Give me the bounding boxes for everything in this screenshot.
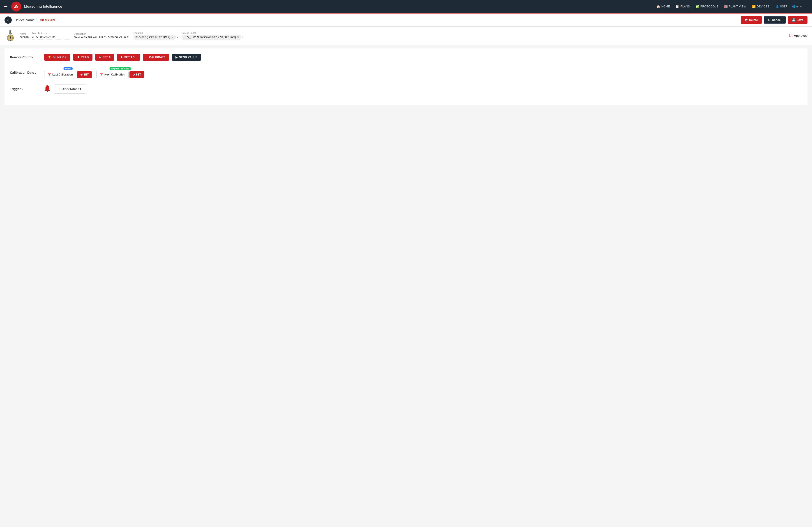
approved-section: ☑ Approved <box>789 33 808 38</box>
add-target-button[interactable]: + ADD TARGET <box>54 85 86 93</box>
cancel-button[interactable]: ⊙ Cancel <box>764 16 786 24</box>
next-calibration-button[interactable]: 📅 Next Calibration <box>96 71 129 78</box>
device-info-card: Name SY289 Mac Address Description Devic… <box>0 27 812 45</box>
blink-icon: 💡 <box>48 56 52 59</box>
user-menu[interactable]: 👤 USER <box>774 4 789 9</box>
plans-icon: 📋 <box>675 5 679 8</box>
add-icon: + <box>59 87 61 91</box>
device-label-chip: DEV_SY289 (Indicator 0-12,7 / 0,0001 mm)… <box>182 35 241 40</box>
next-calibration-group: Expires: 18 days 📅 Next Calibration ⊘ SE… <box>96 71 144 78</box>
set0-icon: ⬇ <box>99 56 101 59</box>
device-label-field: Device Label DEV_SY289 (Indicator 0-12,7… <box>182 32 244 40</box>
svg-point-4 <box>10 37 11 39</box>
location-expand-icon[interactable]: ▾ <box>177 35 178 39</box>
blink-on-button[interactable]: 💡 BLINK ON <box>44 54 70 61</box>
next-set-icon: ⊘ <box>133 73 135 76</box>
nav-plans[interactable]: 📋 PLANS <box>673 3 692 10</box>
location-value-row: 3577002 (Linka TO S1 KV +) ✕ ▾ <box>133 35 178 40</box>
delete-icon: 🗑 <box>745 18 748 21</box>
set-tol-button[interactable]: ⬇ SET TOL <box>117 54 140 61</box>
send-value-icon: ▶ <box>175 56 178 59</box>
set-tol-icon: ⬇ <box>120 56 123 59</box>
subheader: Device Name : 38 SY289 🗑 Delete ⊙ Cancel… <box>0 14 812 27</box>
info-fields: Name SY289 Mac Address Description Devic… <box>20 32 785 40</box>
location-clear-icon[interactable]: ✕ <box>171 35 174 39</box>
device-name-label: Device Name : <box>14 18 37 22</box>
user-icon: 👤 <box>776 5 779 8</box>
last-cal-set-button[interactable]: ⊘ SET <box>77 71 92 78</box>
svg-point-7 <box>47 91 48 92</box>
trigger-row: Trigger ? + ADD TARGET <box>10 85 802 93</box>
location-text: 3577002 (Linka TO S1 KV +) <box>135 35 170 39</box>
name-label: Name <box>20 32 29 35</box>
location-label: Location <box>133 32 178 34</box>
trigger-label: Trigger ? <box>10 87 42 91</box>
set0-button[interactable]: ⬇ SET 0 <box>95 54 114 61</box>
calibrate-icon: ↕ <box>146 56 148 59</box>
calibrate-button[interactable]: ↕ CALIBRATE <box>143 54 169 61</box>
device-label-clear-icon[interactable]: ✕ <box>237 35 239 39</box>
svg-rect-6 <box>10 40 11 41</box>
calibration-row: Calibration Date : Date: 📅 Last Calibrat… <box>10 67 802 78</box>
save-icon: 💾 <box>792 18 795 21</box>
location-field: Location 3577002 (Linka TO S1 KV +) ✕ ▾ <box>133 32 178 40</box>
calendar-icon: 📅 <box>47 73 51 76</box>
nav-plant-view[interactable]: 🏭 PLANT VIEW <box>722 3 749 10</box>
fullscreen-button[interactable]: ⛶ <box>805 4 808 9</box>
send-value-button[interactable]: ▶ SEND VALUE <box>172 54 201 61</box>
approved-label: Approved <box>794 34 808 37</box>
next-cal-set-button[interactable]: ⊘ SET <box>129 71 144 78</box>
app-title: Measuring Intelligence <box>24 4 651 9</box>
calibration-label: Calibration Date : <box>10 71 42 74</box>
main-content: Remote Control : 💡 BLINK ON ⏸ READ ⬇ SET… <box>4 48 808 105</box>
lang-chevron-icon: ▾ <box>800 5 802 8</box>
device-image <box>4 30 16 42</box>
last-calibration-group: Date: 📅 Last Calibration ⊘ SET <box>44 71 92 78</box>
topnav-right: 👤 USER 🌐 en ▾ ⛶ <box>774 4 808 9</box>
next-cal-badge: Expires: 18 days <box>110 67 131 70</box>
approved-check-icon[interactable]: ☑ <box>789 33 793 38</box>
read-button[interactable]: ⏸ READ <box>73 54 93 61</box>
save-button[interactable]: 💾 Save <box>788 16 808 24</box>
svg-rect-1 <box>9 33 12 34</box>
subheader-actions: 🗑 Delete ⊙ Cancel 💾 Save <box>741 16 808 24</box>
name-value: SY289 <box>20 35 29 39</box>
desc-value: Device SY289 with MAC c5:50:06:e3:c6:31 <box>74 35 130 39</box>
lang-selector[interactable]: 🌐 en ▾ <box>791 4 803 9</box>
remote-control-label: Remote Control : <box>10 56 42 59</box>
mac-input[interactable] <box>32 35 70 40</box>
nav-protocols[interactable]: ✅ PROTOCOLS <box>693 3 721 10</box>
device-label-value-row: DEV_SY289 (Indicator 0-12,7 / 0,0001 mm)… <box>182 35 244 40</box>
last-calibration-button[interactable]: 📅 Last Calibration <box>44 71 76 78</box>
home-icon: 🏠 <box>656 5 661 8</box>
devices-icon: 📶 <box>752 5 756 8</box>
device-label-text: DEV_SY289 (Indicator 0-12,7 / 0,0001 mm) <box>184 35 236 39</box>
desc-field: Description Device SY289 with MAC c5:50:… <box>74 32 130 39</box>
last-set-icon: ⊘ <box>80 73 83 76</box>
device-label-label: Device Label <box>182 32 244 34</box>
protocols-icon: ✅ <box>695 5 699 8</box>
trigger-icon <box>44 85 50 93</box>
device-name-value: 38 SY289 <box>40 18 55 22</box>
trigger-content: + ADD TARGET <box>44 85 86 93</box>
trigger-section: Trigger ? + ADD TARGET <box>10 85 802 93</box>
mac-field: Mac Address <box>32 32 70 40</box>
location-chip: 3577002 (Linka TO S1 KV +) ✕ <box>133 35 176 40</box>
remote-control-section: Remote Control : 💡 BLINK ON ⏸ READ ⬇ SET… <box>10 54 802 61</box>
last-cal-badge: Date: <box>63 67 73 70</box>
svg-rect-0 <box>10 30 11 33</box>
logo <box>11 2 21 12</box>
device-label-expand-icon[interactable]: ▾ <box>242 35 244 39</box>
nav-links: 🏠 HOME 📋 PLANS ✅ PROTOCOLS 🏭 PLANT VIEW … <box>654 3 772 10</box>
nav-devices[interactable]: 📶 DEVICES <box>750 3 772 10</box>
nav-home[interactable]: 🏠 HOME <box>654 3 672 10</box>
calibration-section: Calibration Date : Date: 📅 Last Calibrat… <box>10 67 802 78</box>
globe-icon: 🌐 <box>792 5 796 8</box>
next-calendar-icon: 📅 <box>100 73 103 76</box>
cancel-icon: ⊙ <box>768 18 770 21</box>
topnav: ☰ Measuring Intelligence 🏠 HOME 📋 PLANS … <box>0 0 812 14</box>
mac-label: Mac Address <box>32 32 70 34</box>
menu-icon[interactable]: ☰ <box>4 4 8 9</box>
back-button[interactable] <box>4 16 12 24</box>
delete-button[interactable]: 🗑 Delete <box>741 16 762 24</box>
